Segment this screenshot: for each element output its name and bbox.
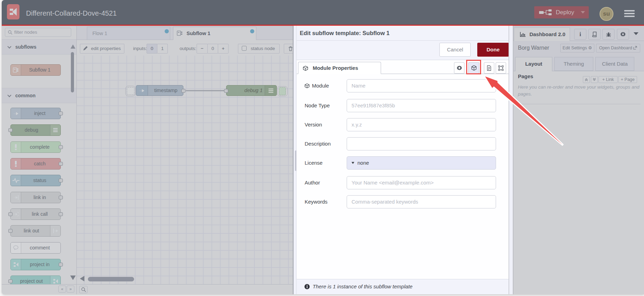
node-output-port[interactable] [181,89,185,93]
tab-theming[interactable]: Theming [554,57,593,71]
palette-category-common[interactable]: common [2,88,76,103]
field-label: Author [305,176,320,189]
sidebar-debug-button[interactable] [602,29,614,40]
author-input[interactable]: Your Name <email@example.com> [347,176,496,189]
user-avatar[interactable]: su [600,7,613,21]
edit-properties-button[interactable]: edit properties [80,44,124,54]
canvas-scroll-left-icon[interactable] [80,276,84,281]
deploy-button[interactable]: Deploy [534,6,589,18]
chevron-down-icon [7,93,11,97]
node-red-logo-icon [7,4,19,19]
palette-node-complete[interactable]: complete [10,141,61,153]
deploy-label: Deploy [556,9,574,16]
form-row-license: Licensenone [297,156,509,170]
link-in-icon [11,192,21,203]
edit-settings-button[interactable]: Edit Settings ⚙ [560,44,594,52]
module-input[interactable]: Name [347,79,496,92]
outputs-count[interactable]: 0 [207,44,218,54]
outputs-increase-button[interactable]: + [218,44,229,54]
tab-flow-1[interactable]: Flow 1 [87,27,170,40]
main-menu-button[interactable] [624,10,635,18]
dialog-scroll-track [509,26,513,294]
palette-scrollbar[interactable] [71,52,74,92]
tab-description-button[interactable] [484,62,494,74]
deploy-caret-icon[interactable] [581,11,585,14]
license-select[interactable]: none [347,156,496,170]
done-button[interactable]: Done [477,43,509,57]
tab-subflow-1[interactable]: Subflow 1 [173,27,256,40]
node-port [59,145,63,149]
inputs-option-0[interactable]: 0 [147,44,157,54]
expand-all-button[interactable] [591,76,598,83]
node-port [8,128,13,132]
sidebar-docs-button[interactable] [588,29,601,40]
node-port [8,229,13,233]
node-debug-1[interactable]: debug 1 [226,85,277,96]
palette-node-Subflow-1[interactable]: Subflow 1 [10,64,61,76]
flow-tab-strip: Flow 1 Subflow 1 [77,26,293,40]
node-timestamp[interactable]: timestamp [136,85,183,96]
node-port [8,279,13,283]
palette-node-inject[interactable]: inject [10,108,61,119]
palette-node-project-in[interactable]: project in [10,259,61,270]
cancel-button[interactable]: Cancel [439,43,471,57]
project-name: Borg Warner [518,41,549,55]
version-input[interactable]: x.y.z [347,118,496,131]
subflow-output-stub[interactable] [279,87,286,95]
palette-node-comment[interactable]: comment [10,242,61,254]
gear-icon: ⚙ [588,46,592,50]
tab-properties-button[interactable] [454,62,464,74]
catch-icon [11,158,21,169]
sidebar-expand-caret-icon[interactable] [634,32,638,35]
sidebar-info-button[interactable]: i [574,29,586,40]
collapse-all-button[interactable] [583,76,590,83]
palette-scroll-up-icon[interactable] [71,44,75,49]
palette-filter-input[interactable]: filter nodes [5,28,71,37]
subflow-toolbar: edit properties inputs: 0 1 outputs: − 0… [77,40,293,56]
add-page-button[interactable]: + Page [618,76,637,83]
tab-dashboard-2[interactable]: Dashboard 2.0 [514,27,570,41]
palette-node-status[interactable]: status [10,175,61,186]
flow-canvas[interactable]: timestamp debug 1 [77,56,293,284]
node-type-input[interactable]: 57ee91f687e3f85b [347,99,496,112]
canvas-search-button[interactable] [79,286,88,293]
palette-node-link-call[interactable]: link call [10,208,61,220]
outputs-decrease-button[interactable]: − [197,44,208,54]
annotation-highlight-box [466,60,481,74]
debug-icon [50,125,60,135]
sidebar-settings-button[interactable] [617,29,629,40]
palette-node-debug[interactable]: debug [10,124,61,136]
palette-collapse-categories-button[interactable]: « [58,286,66,293]
node-port [59,112,63,115]
tab-client-data[interactable]: Client Data [595,57,634,71]
keywords-input[interactable]: Comma-separated keywords [347,195,496,208]
node-port [8,212,13,216]
link-out-icon [50,225,60,236]
app-window: Different-Collared-Dove-4521 Deploy su f… [2,0,644,294]
palette-category-subflows[interactable]: subflows [2,39,76,55]
field-label: Version [305,118,322,131]
tab-appearance-button[interactable] [496,62,506,74]
pages-help-text: Here you can re-order and move your widg… [518,84,644,98]
palette-node-link-in[interactable]: link in [10,192,61,203]
subflow-input-stub[interactable] [127,87,134,95]
node-label: timestamp [148,85,184,96]
node-input-port[interactable] [224,89,228,93]
field-label: License [305,156,323,170]
palette-node-catch[interactable]: catch [10,158,61,170]
palette-scroll-down-icon[interactable] [70,276,76,280]
open-dashboard-button[interactable]: Open Dashboard [596,44,640,52]
form-row-node-type: Node Type57ee91f687e3f85b [297,99,509,112]
inject-icon [136,85,148,96]
description-input[interactable] [347,137,496,150]
status-node-toggle[interactable]: status node [238,44,280,54]
tab-module-properties[interactable]: Module Properties [298,62,381,74]
palette-expand-categories-button[interactable]: » [67,286,74,293]
canvas-horizontal-scrollbar[interactable] [88,277,134,281]
tab-layout[interactable]: Layout [515,57,552,71]
node-port [59,162,63,166]
status-node-checkbox[interactable] [242,46,247,51]
palette-node-link-out[interactable]: link out [10,225,61,237]
add-link-button[interactable]: + Link [598,76,618,83]
inputs-option-1[interactable]: 1 [157,44,168,54]
